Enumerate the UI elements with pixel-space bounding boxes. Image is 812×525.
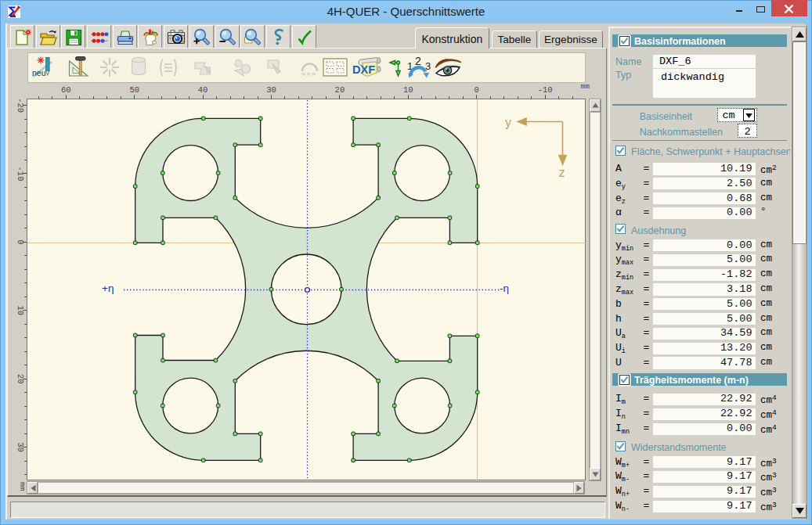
svg-text:-10: -10 — [538, 85, 553, 95]
svg-text:-20: -20 — [16, 98, 25, 113]
svg-text:0: 0 — [16, 239, 25, 244]
svg-text:20: 20 — [16, 374, 25, 384]
svg-text:y: y — [505, 116, 511, 129]
svg-text:10: 10 — [16, 305, 25, 315]
svg-text:20: 20 — [335, 85, 345, 95]
svg-text:-10: -10 — [16, 167, 25, 182]
svg-text:30: 30 — [16, 442, 25, 452]
svg-text:mm: mm — [18, 482, 27, 491]
svg-text:0: 0 — [475, 85, 479, 95]
svg-text:-η: -η — [500, 282, 509, 294]
svg-text:30: 30 — [266, 85, 276, 95]
svg-text:50: 50 — [129, 85, 139, 95]
svg-text:mm: mm — [581, 82, 590, 91]
svg-text:40: 40 — [198, 85, 208, 95]
svg-text:z: z — [559, 166, 565, 179]
svg-text:60: 60 — [61, 85, 71, 95]
svg-text:+η: +η — [102, 282, 114, 294]
svg-text:10: 10 — [403, 85, 413, 95]
